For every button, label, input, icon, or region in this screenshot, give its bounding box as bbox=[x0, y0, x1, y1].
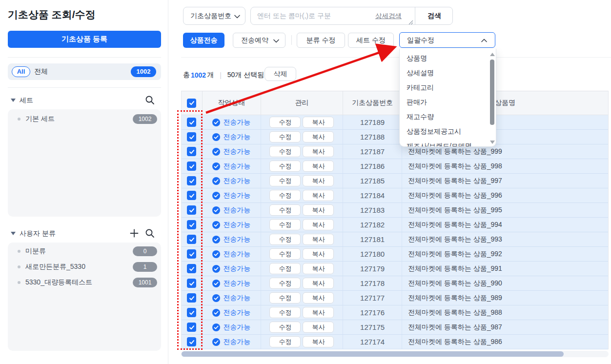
set-section-header: 세트 bbox=[0, 95, 168, 107]
row-checkbox[interactable] bbox=[187, 118, 196, 127]
edit-button[interactable]: 수정 bbox=[269, 175, 301, 186]
list-item-category[interactable]: 새로만든분류_5330 1 bbox=[8, 259, 161, 275]
row-checkbox[interactable] bbox=[187, 337, 196, 346]
checkmark-icon bbox=[189, 324, 195, 330]
select-all-checkbox[interactable] bbox=[187, 99, 196, 108]
table-row: 전송가능수정복사127183전체마켓에 등록하는 상품_995 bbox=[182, 203, 608, 218]
copy-button[interactable]: 복사 bbox=[303, 117, 334, 128]
bulk-edit-option[interactable]: 재고수량 bbox=[400, 109, 496, 124]
bulk-edit-option[interactable]: 카테고리 bbox=[400, 80, 496, 95]
product-number: 127181 bbox=[343, 232, 402, 246]
search-field-select[interactable]: 기초상품번호 bbox=[183, 7, 245, 25]
edit-button[interactable]: 수정 bbox=[269, 307, 301, 318]
send-product-button[interactable]: 상품전송 bbox=[183, 33, 224, 48]
caret-down-icon[interactable] bbox=[11, 232, 16, 235]
bulk-edit-select[interactable]: 일괄수정 bbox=[399, 32, 495, 48]
edit-button[interactable]: 수정 bbox=[269, 146, 301, 157]
filter-all-row[interactable]: All 전체 1002 bbox=[8, 63, 161, 80]
copy-button[interactable]: 복사 bbox=[303, 322, 334, 333]
caret-down-icon[interactable] bbox=[11, 99, 16, 102]
scrollbar-thumb[interactable] bbox=[182, 351, 564, 357]
edit-button[interactable]: 수정 bbox=[269, 292, 301, 303]
list-item-category[interactable]: 5330_대량등록테스트 1001 bbox=[8, 275, 161, 290]
copy-button[interactable]: 복사 bbox=[303, 278, 334, 289]
header-status[interactable]: 작업상태 bbox=[203, 91, 261, 115]
search-button[interactable]: 검색 bbox=[415, 7, 453, 24]
row-checkbox[interactable] bbox=[187, 323, 196, 332]
copy-button[interactable]: 복사 bbox=[303, 336, 334, 347]
row-checkbox[interactable] bbox=[187, 235, 196, 244]
copy-button[interactable]: 복사 bbox=[303, 234, 334, 245]
dropdown-scrollbar-thumb[interactable] bbox=[490, 60, 494, 125]
table-row: 전송가능수정복사127180전체마켓에 등록하는 상품_992 bbox=[182, 247, 608, 262]
user-category-section-header: 사용자 분류 bbox=[0, 228, 168, 240]
bulk-edit-option[interactable]: 상세설명 bbox=[400, 65, 496, 80]
copy-button[interactable]: 복사 bbox=[303, 263, 334, 274]
scroll-down-arrow-icon[interactable] bbox=[490, 141, 495, 144]
bulk-edit-option[interactable]: 상품정보제공고시 bbox=[400, 124, 496, 139]
edit-button[interactable]: 수정 bbox=[269, 248, 301, 260]
row-checkbox[interactable] bbox=[187, 191, 196, 200]
copy-button[interactable]: 복사 bbox=[303, 219, 334, 230]
row-checkbox[interactable] bbox=[187, 147, 196, 156]
edit-button[interactable]: 수정 bbox=[269, 322, 301, 333]
copy-button[interactable]: 복사 bbox=[303, 204, 334, 216]
copy-button[interactable]: 복사 bbox=[303, 307, 334, 318]
edit-button[interactable]: 수정 bbox=[269, 219, 301, 230]
manage-cell: 수정복사 bbox=[261, 276, 344, 290]
product-name: 전체마켓에 등록하는 상품_991 bbox=[402, 262, 608, 276]
row-checkbox[interactable] bbox=[187, 279, 196, 288]
copy-button[interactable]: 복사 bbox=[303, 248, 334, 260]
row-checkbox[interactable] bbox=[187, 293, 196, 303]
resize-handle-icon[interactable] bbox=[408, 20, 413, 25]
row-checkbox[interactable] bbox=[187, 220, 196, 229]
status-label: 전송가능 bbox=[223, 133, 250, 142]
row-checkbox[interactable] bbox=[187, 205, 196, 215]
category-search-button[interactable] bbox=[143, 227, 156, 240]
edit-button[interactable]: 수정 bbox=[269, 336, 301, 347]
list-item-category[interactable]: 미분류 0 bbox=[8, 243, 161, 259]
edit-button[interactable]: 수정 bbox=[269, 234, 301, 245]
delete-button[interactable]: 삭제 bbox=[265, 67, 296, 81]
header-number[interactable]: 기초상품번호 bbox=[343, 91, 402, 115]
row-checkbox[interactable] bbox=[187, 132, 196, 142]
copy-button[interactable]: 복사 bbox=[303, 146, 334, 157]
advanced-search-link[interactable]: 상세검색 bbox=[375, 12, 402, 20]
register-product-button[interactable]: 기초상품 등록 bbox=[8, 31, 161, 48]
set-search-button[interactable] bbox=[143, 94, 156, 107]
add-category-button[interactable] bbox=[128, 227, 141, 240]
main-content: 기초상품번호 엔터 또는 콤마(,)로 구분 상세검색 검색 상품전송 전송예약… bbox=[168, 0, 611, 364]
edit-button[interactable]: 수정 bbox=[269, 278, 301, 289]
horizontal-scrollbar[interactable] bbox=[181, 351, 609, 357]
schedule-send-select[interactable]: 전송예약 bbox=[233, 33, 285, 48]
set-edit-button[interactable]: 세트 수정 bbox=[348, 33, 394, 48]
edit-button[interactable]: 수정 bbox=[269, 131, 301, 142]
edit-button[interactable]: 수정 bbox=[269, 263, 301, 274]
edit-button[interactable]: 수정 bbox=[269, 117, 301, 128]
copy-button[interactable]: 복사 bbox=[303, 190, 334, 201]
bulk-edit-option[interactable]: 판매가 bbox=[400, 95, 496, 109]
copy-button[interactable]: 복사 bbox=[303, 161, 334, 172]
row-checkbox[interactable] bbox=[187, 162, 196, 171]
bulk-edit-option[interactable]: 제조사/브랜드/모델명 bbox=[400, 139, 496, 147]
scroll-up-arrow-icon[interactable] bbox=[490, 53, 495, 56]
row-checkbox[interactable] bbox=[187, 249, 196, 259]
header-manage[interactable]: 관리 bbox=[261, 91, 344, 115]
row-checkbox[interactable] bbox=[187, 176, 196, 185]
edit-button[interactable]: 수정 bbox=[269, 204, 301, 216]
list-item-set[interactable]: 기본 세트 1002 bbox=[8, 111, 161, 127]
sidebar: 기초상품 조회/수정 기초상품 등록 All 전체 1002 세트 기본 세트 … bbox=[0, 0, 168, 364]
chevron-down-icon bbox=[273, 39, 279, 43]
copy-button[interactable]: 복사 bbox=[303, 175, 334, 186]
search-input[interactable]: 엔터 또는 콤마(,)로 구분 bbox=[257, 12, 331, 20]
bulk-edit-option[interactable]: 상품명 bbox=[400, 51, 496, 65]
checkmark-icon bbox=[189, 310, 195, 316]
row-checkbox[interactable] bbox=[187, 264, 196, 273]
copy-button[interactable]: 복사 bbox=[303, 292, 334, 303]
edit-button[interactable]: 수정 bbox=[269, 190, 301, 201]
row-checkbox[interactable] bbox=[187, 308, 196, 317]
copy-button[interactable]: 복사 bbox=[303, 131, 334, 142]
edit-button[interactable]: 수정 bbox=[269, 161, 301, 172]
category-edit-button[interactable]: 분류 수정 bbox=[297, 33, 345, 48]
table-row: 전송가능수정복사127177전체마켓에 등록하는 상품_989 bbox=[182, 291, 608, 305]
